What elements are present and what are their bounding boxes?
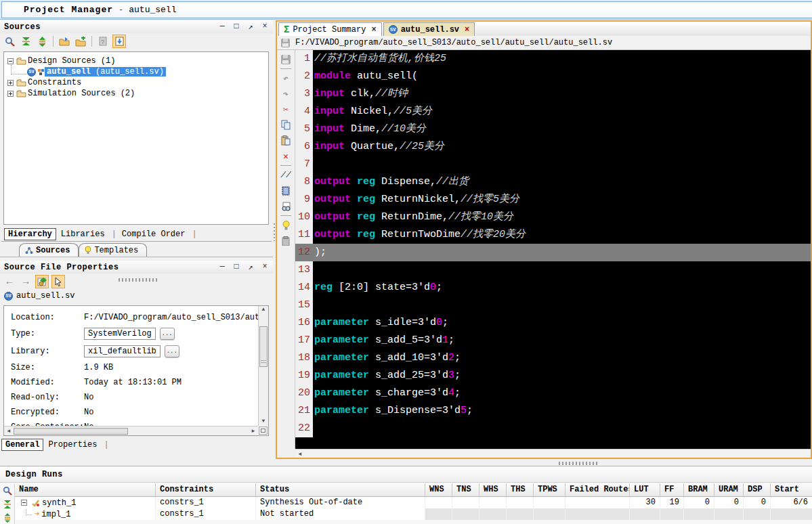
table-row-synth_1[interactable]: synth_1constrs_1Synthesis Out-of-date301… [15,497,812,508]
code-line[interactable]: 14reg [2:0] state=3'd0; [295,279,811,297]
resize-grip[interactable] [259,427,268,435]
code-line[interactable]: 2module autu_sell( [295,68,811,85]
column-header-bram[interactable]: BRAM [684,483,714,496]
column-header-failed-routes[interactable]: Failed Routes [565,483,630,496]
float-icon[interactable]: ↗ [247,262,255,272]
collapse-expander-icon[interactable] [21,500,27,506]
open-sources-icon[interactable] [58,35,71,48]
close-tab-icon[interactable]: × [465,25,469,35]
redo-icon[interactable]: ↷ [278,86,293,102]
code-line[interactable]: 11output reg ReturnTwoDime//找零20美分 [295,226,811,244]
tab-templates[interactable]: Templates [79,243,147,257]
copy-icon[interactable] [278,117,293,133]
search-icon[interactable] [3,35,16,48]
search-icon[interactable] [1,485,14,496]
code-line[interactable]: 13 [295,261,811,279]
code-line[interactable]: 16parameter s_idle=3'd0; [295,314,811,332]
back-arrow-icon[interactable]: ← [3,275,16,288]
expand-all-icon[interactable] [1,512,14,524]
code-line[interactable]: 22 [295,420,811,437]
scroll-left-icon[interactable]: ◄ [296,451,304,457]
code-line[interactable]: 8output reg Dispense,//出货 [295,173,811,191]
scroll-down-icon[interactable]: ▼ [259,418,268,426]
column-header-status[interactable]: Status [256,483,425,496]
toggle-comment-icon[interactable]: // [278,167,293,183]
column-header-whs[interactable]: WHS [479,483,507,496]
column-header-lut[interactable]: LUT [630,483,660,496]
tree-item-design-sources[interactable]: Design Sources (1) [5,56,267,66]
vertical-scrollbar[interactable]: ▲ ▼ [258,306,268,426]
scrollbar-thumb[interactable] [14,428,128,435]
minimize-icon[interactable]: ─ [218,262,226,272]
forward-arrow-icon[interactable]: → [19,275,33,288]
expand-expander-icon[interactable] [7,80,14,86]
delete-icon[interactable]: ✕ [278,148,293,164]
collapse-all-icon[interactable] [19,35,33,48]
tab-general[interactable]: General [1,439,43,451]
add-sources-icon[interactable] [74,35,87,48]
tab-libraries[interactable]: Libraries [58,229,108,240]
code-line[interactable]: 3input clk,//时钟 [295,85,811,103]
close-tab-icon[interactable]: × [371,25,376,35]
paste-icon[interactable] [278,133,293,148]
editor-splitter-handle[interactable] [559,462,599,465]
tab-compile-order[interactable]: Compile Order [119,229,189,240]
edit-properties-icon[interactable] [35,275,49,288]
editor-horizontal-scrollbar[interactable]: ◄ [296,449,811,458]
column-header-ff[interactable]: FF [660,483,684,496]
column-header-uram[interactable]: URAM [714,483,744,496]
code-line[interactable]: 9output reg ReturnNickel,//找零5美分 [295,191,811,209]
tree-item-autu-sell[interactable]: SV autu_sell (autu_sell.sv) [5,66,267,77]
tree-item-simulation-sources[interactable]: Simulation Sources (2) [5,88,267,99]
library-browse-button[interactable]: ... [165,345,179,357]
save-icon[interactable] [281,39,290,47]
column-header-tpws[interactable]: TPWS [534,483,565,496]
tab-hierarchy[interactable]: Hierarchy [4,228,56,240]
type-browse-button[interactable]: ... [160,328,175,340]
column-header-start[interactable]: Start [771,483,812,496]
column-header-dsp[interactable]: DSP [744,483,771,496]
code-line[interactable]: 6input Quartue,//25美分 [295,138,811,156]
code-line[interactable]: 12); [295,244,811,261]
code-line[interactable]: 15 [295,297,811,314]
scroll-right-icon[interactable]: ► [249,428,258,434]
collapse-expander-icon[interactable] [7,58,14,64]
tab-properties[interactable]: Properties [45,439,100,450]
scroll-left-icon[interactable]: ◄ [4,428,14,434]
collapse-all-icon[interactable] [1,498,14,510]
column-header-ths[interactable]: THS [507,483,534,496]
code-line[interactable]: 7 [295,156,811,173]
float-icon[interactable]: ↗ [247,22,255,32]
column-header-tns[interactable]: TNS [452,483,479,496]
close-icon[interactable]: × [261,262,269,272]
maximize-icon[interactable]: □ [232,22,240,32]
library-value[interactable]: xil_defaultlib [84,345,161,357]
code-line[interactable]: 1//苏打水自动售货机,价钱25 [295,50,811,68]
column-header-wns[interactable]: WNS [425,483,452,496]
tab-sources[interactable]: Sources [19,243,79,257]
scroll-up-icon[interactable]: ▲ [259,306,268,314]
code-line[interactable]: 21parameter s_Dispense=3'd5; [295,402,811,420]
maximize-icon[interactable]: □ [232,262,240,272]
code-line[interactable]: 4input Nickel,//5美分 [295,103,811,121]
type-value[interactable]: SystemVerilog [84,328,156,340]
cut-icon[interactable]: ✂ [278,102,293,117]
expand-expander-icon[interactable] [7,91,14,97]
code-area[interactable]: 1//苏打水自动售货机,价钱252module autu_sell(3input… [295,50,811,449]
code-line[interactable]: 5input Dime,//10美分 [295,121,811,138]
save-file-icon[interactable] [278,51,293,67]
horizontal-scrollbar[interactable]: ◄ ► [4,426,258,435]
close-icon[interactable]: × [261,22,269,32]
minimize-icon[interactable]: ─ [218,22,226,32]
toggle-column-icon[interactable] [278,183,293,198]
code-line[interactable]: 20parameter s_charge=3'd4; [295,385,811,402]
expand-all-icon[interactable] [35,35,49,48]
code-line[interactable]: 17parameter s_add_5=3'd1; [295,332,811,349]
scroll-to-selected-icon[interactable] [112,35,126,48]
lightbulb-icon[interactable] [278,217,293,233]
table-row-impl_1[interactable]: ➜impl_1constrs_1Not started [15,508,812,520]
undo-icon[interactable]: ↶ [278,70,293,86]
tab-project-summary[interactable]: Σ Project Summary × [278,22,382,36]
code-line[interactable]: 18parameter s_add_10=3'd2; [295,349,811,367]
column-header-constraints[interactable]: Constraints [156,483,256,496]
